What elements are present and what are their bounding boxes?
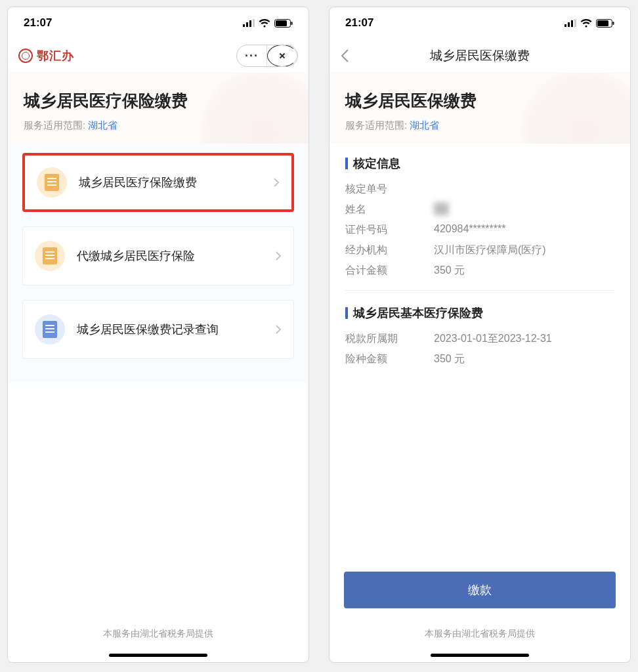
detail-content: 核定信息 核定单号 姓名██ 证件号码420984********* 经办机构汉… (330, 144, 630, 369)
app-brand-text: 鄂汇办 (37, 48, 74, 64)
miniprogram-header: 鄂汇办 ··· (8, 39, 308, 73)
field-amount: 险种金额350 元 (345, 349, 614, 369)
svg-rect-3 (253, 19, 255, 27)
chevron-right-icon (275, 251, 282, 261)
field-id: 证件号码420984********* (345, 220, 614, 240)
wifi-icon (259, 19, 270, 28)
document-icon (35, 314, 65, 345)
scope-value[interactable]: 湖北省 (88, 119, 117, 131)
document-icon (35, 241, 65, 271)
status-bar: 21:07 (8, 7, 308, 39)
menu-list: 城乡居民医疗保险缴费 代缴城乡居民医疗保险 城乡居民医保缴费记录查询 (8, 144, 308, 383)
svg-rect-10 (574, 19, 576, 27)
field-org: 经办机构汉川市医疗保障局(医疗) (345, 240, 614, 261)
pay-button[interactable]: 缴款 (344, 572, 616, 608)
status-time: 21:07 (345, 16, 373, 30)
status-time: 21:07 (24, 16, 52, 30)
signal-icon (243, 19, 255, 27)
svg-rect-2 (249, 20, 251, 27)
capsule-more-button[interactable]: ··· (237, 45, 267, 67)
section-assessment: 核定信息 核定单号 姓名██ 证件号码420984********* 经办机构汉… (345, 144, 614, 281)
menu-item-proxy-pay[interactable]: 代缴城乡居民医疗保险 (22, 226, 294, 285)
svg-rect-13 (613, 22, 614, 25)
close-icon (267, 45, 297, 67)
home-indicator (431, 654, 529, 657)
chevron-right-icon (275, 324, 282, 335)
wifi-icon (580, 19, 592, 28)
hero-area: 城乡居民医疗保险缴费 服务适用范围: 湖北省 (8, 73, 308, 144)
chevron-left-icon (340, 49, 349, 63)
svg-rect-5 (276, 20, 287, 26)
miniprogram-capsule: ··· (236, 45, 298, 67)
field-total: 合计金额350 元 (345, 261, 614, 281)
hero-area: 城乡居民医保缴费 服务适用范围: 湖北省 (330, 73, 630, 144)
app-brand: 鄂汇办 (18, 48, 74, 64)
home-indicator (109, 654, 207, 657)
status-icons (243, 19, 293, 28)
svg-rect-9 (571, 20, 573, 27)
signal-icon (564, 19, 576, 27)
page-title: 城乡居民医保缴费 (345, 90, 614, 112)
battery-icon (274, 19, 293, 28)
menu-item-history[interactable]: 城乡居民医保缴费记录查询 (22, 300, 294, 359)
nav-header: 城乡居民医保缴费 (330, 39, 630, 73)
service-scope: 服务适用范围: 湖北省 (345, 119, 614, 132)
menu-item-label: 代缴城乡居民医疗保险 (77, 248, 263, 264)
battery-icon (596, 19, 614, 28)
svg-rect-12 (597, 20, 608, 26)
page-title: 城乡居民医疗保险缴费 (24, 90, 293, 112)
svg-rect-8 (568, 22, 570, 27)
field-period: 税款所属期2023-01-01至2023-12-31 (345, 329, 614, 349)
phone-right: 21:07 城乡居民医保缴费 城乡居民医保缴费 服务适用范围: 湖北省 核定信息… (329, 7, 631, 663)
document-icon (37, 167, 67, 198)
menu-item-label: 城乡居民医保缴费记录查询 (77, 322, 263, 337)
app-logo-icon (18, 49, 33, 63)
svg-rect-6 (291, 22, 293, 25)
menu-item-label: 城乡居民医疗保险缴费 (79, 175, 261, 190)
back-button[interactable] (340, 39, 349, 73)
section-title: 城乡居民基本医疗保险费 (345, 305, 614, 321)
status-bar: 21:07 (330, 7, 630, 39)
section-fee: 城乡居民基本医疗保险费 税款所属期2023-01-01至2023-12-31 险… (345, 293, 614, 369)
status-icons (564, 19, 614, 28)
svg-rect-1 (246, 22, 248, 27)
menu-item-pay[interactable]: 城乡居民医疗保险缴费 (22, 153, 294, 212)
field-order: 核定单号 (345, 179, 614, 200)
capsule-close-button[interactable] (267, 45, 297, 67)
scope-value[interactable]: 湖北省 (410, 119, 439, 131)
scope-label: 服务适用范围: (345, 119, 407, 131)
svg-rect-0 (243, 24, 245, 27)
service-scope: 服务适用范围: 湖北省 (24, 119, 293, 132)
phone-left: 21:07 鄂汇办 ··· 城乡居民医疗保险缴费 服务适用范围: 湖北省 城乡居… (7, 7, 309, 663)
chevron-right-icon (273, 177, 280, 188)
nav-title: 城乡居民医保缴费 (430, 47, 530, 64)
svg-rect-7 (564, 24, 566, 27)
divider (345, 290, 614, 291)
field-name: 姓名██ (345, 200, 614, 220)
scope-label: 服务适用范围: (24, 119, 85, 131)
section-title: 核定信息 (345, 156, 614, 171)
